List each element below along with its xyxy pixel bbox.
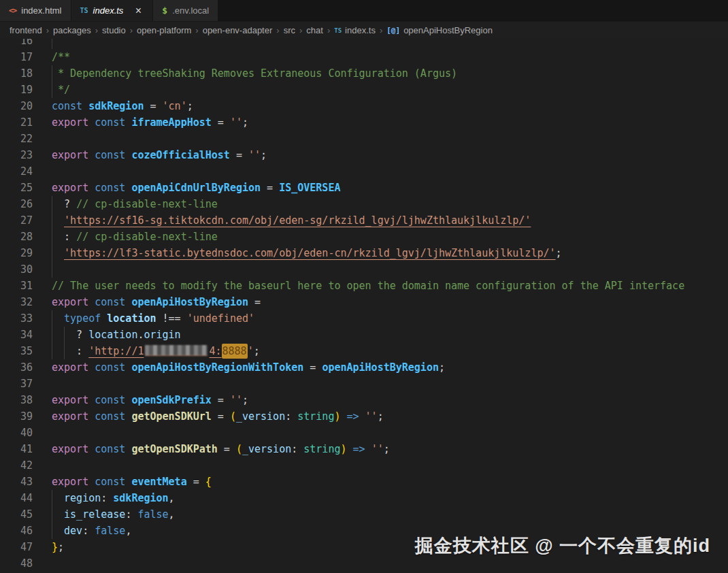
code-line: 39export const getOpenSDKUrl = (_version… [0, 408, 728, 425]
line-number: 47 [0, 539, 33, 555]
line-number: 39 [0, 408, 33, 425]
breadcrumb-item-open-platform[interactable]: open-platform [137, 25, 203, 35]
code-token: sdkRegion [88, 100, 144, 112]
code-token: = [187, 476, 205, 488]
code-token: ? [52, 198, 76, 210]
code-token [88, 116, 95, 129]
find-match-highlight: 8888 [222, 344, 248, 359]
code-token: = [212, 116, 230, 129]
code-token [52, 312, 64, 325]
code-token: { [205, 476, 212, 488]
breadcrumb-item-open-env-adapter[interactable]: open-env-adapter [203, 25, 284, 35]
tab-index-html[interactable]: <> index.html [0, 0, 71, 21]
code-token: export [52, 116, 88, 129]
code-token: ; [556, 247, 562, 259]
code-token: const [52, 100, 82, 112]
code-token: ; [242, 116, 248, 129]
line-number: 17 [0, 49, 33, 65]
line-number: 28 [0, 229, 33, 245]
code-token: = [212, 410, 230, 423]
breadcrumb-item-index-ts[interactable]: TS index.ts [334, 25, 386, 35]
indent-guide [52, 39, 52, 49]
line-number: 33 [0, 310, 33, 327]
code-token: ; [378, 410, 384, 423]
code-token: 'cn' [163, 100, 187, 112]
code-token: = [303, 361, 322, 374]
code-token: eventMeta [131, 476, 186, 488]
code-token [88, 149, 95, 161]
code-token: ; [254, 345, 260, 357]
code-token [88, 296, 95, 308]
line-number: 32 [0, 294, 33, 310]
tab-label: index.html [21, 5, 61, 16]
code-token: getOpenSDKUrl [131, 410, 211, 423]
code-line: 26 ? // cp-disable-next-line [0, 196, 728, 212]
tab-env-local[interactable]: $ .env.local [153, 0, 218, 21]
code-token: = [261, 182, 279, 194]
code-token: const [95, 182, 125, 194]
code-token: location [88, 329, 137, 341]
code-token: = [248, 296, 261, 308]
code-token: location [107, 312, 156, 325]
line-number: 26 [0, 196, 33, 212]
line-number: 34 [0, 327, 33, 343]
code-token [82, 100, 88, 112]
code-token: iframeAppHost [131, 116, 211, 129]
code-line: 33 typeof location !== 'undefined' [0, 310, 728, 327]
code-token: _version [242, 443, 291, 455]
code-token: ; [384, 443, 390, 455]
code-token: const [95, 476, 125, 488]
line-number: 19 [0, 82, 33, 98]
code-token: 'https://lf3-static.bytednsdoc.com/obj/e… [64, 247, 555, 259]
code-line: 43export const eventMeta = { [0, 474, 728, 490]
line-number: 43 [0, 474, 33, 490]
code-token [347, 443, 353, 455]
code-token: typeof [64, 312, 101, 325]
code-token: const [95, 361, 125, 374]
line-number: 23 [0, 147, 33, 163]
code-token [359, 410, 365, 423]
tab-label: .env.local [172, 5, 209, 16]
code-token: export [52, 394, 88, 406]
code-token: : [82, 525, 95, 537]
html-file-icon: <> [9, 6, 16, 15]
code-line: 41export const getOpenSDKPath = (_versio… [0, 441, 728, 457]
code-token [88, 443, 95, 455]
code-token: ; [261, 149, 267, 161]
breadcrumb: frontend packages studio open-platform o… [0, 22, 728, 39]
code-token: = [212, 394, 230, 406]
close-icon[interactable]: × [133, 5, 144, 16]
breadcrumb-item-symbol[interactable]: [@] openApiHostByRegion [386, 25, 493, 35]
tab-index-ts[interactable]: TS index.ts × [71, 0, 154, 21]
tab-bar: <> index.html TS index.ts × $ .env.local [0, 0, 728, 22]
breadcrumb-item-studio[interactable]: studio [102, 25, 137, 35]
code-line: 32export const openApiHostByRegion = [0, 294, 728, 310]
code-token: 'https://sf16-sg.tiktokcdn.com/obj/eden-… [64, 214, 531, 227]
code-token [52, 214, 64, 227]
code-line: 16 [0, 39, 728, 49]
breadcrumb-item-chat[interactable]: chat [306, 25, 334, 35]
watermark-text: 掘金技术社区 @ 一个不会重复的id [415, 534, 710, 558]
line-number: 27 [0, 212, 33, 229]
code-token: , [169, 508, 175, 521]
code-token: : [52, 345, 88, 357]
vscode-window: <> index.html TS index.ts × $ .env.local… [0, 0, 728, 573]
code-token: openApiHostByRegionWithToken [131, 361, 303, 374]
code-token: getOpenSDKPath [131, 443, 217, 455]
line-number: 29 [0, 245, 33, 261]
breadcrumb-item-src[interactable]: src [284, 25, 307, 35]
code-editor[interactable]: 1617/**18 * Dependency treeShaking Remov… [0, 39, 728, 573]
code-token: cozeOfficialHost [131, 149, 230, 161]
code-line: 42 [0, 457, 728, 474]
code-token [88, 361, 95, 374]
code-token: const [95, 149, 125, 161]
code-token: ( [230, 410, 236, 423]
code-token: : [125, 508, 137, 521]
code-token: export [52, 443, 88, 455]
line-number: 25 [0, 180, 33, 196]
code-line: 22 [0, 131, 728, 147]
breadcrumb-item-packages[interactable]: packages [53, 25, 102, 35]
code-token: : [285, 410, 297, 423]
code-token: openApiCdnUrlByRegion [131, 182, 261, 194]
breadcrumb-item-frontend[interactable]: frontend [10, 25, 53, 35]
